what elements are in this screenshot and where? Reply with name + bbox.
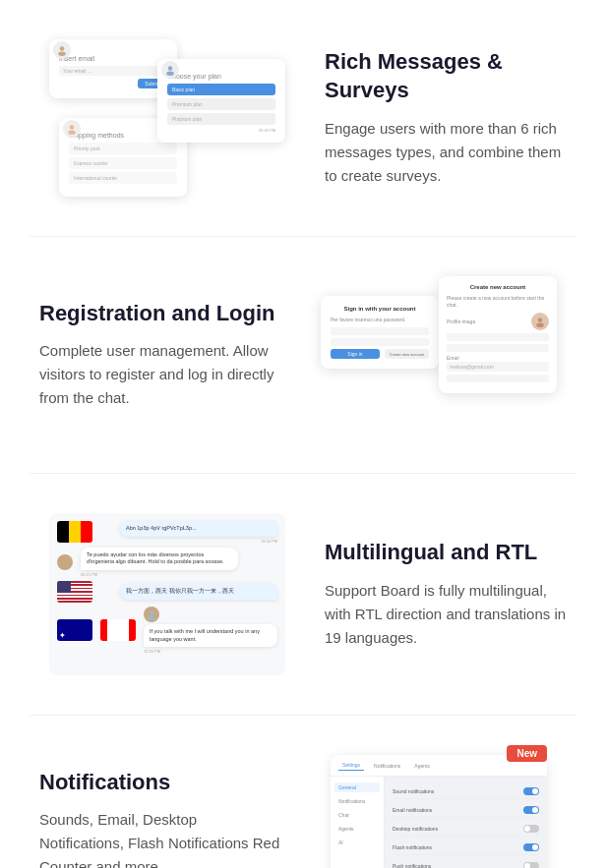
svg-point-4 [70, 125, 75, 130]
sidebar-general: General [334, 782, 380, 792]
timestamp-1: 13:44 PM [100, 539, 277, 544]
login-submit-label: Sign in [347, 351, 362, 357]
chat-bubble-2: Te puedo ayudar con los más diversos pro… [81, 548, 238, 570]
login-subtitle: Per favore inserisci una password. [331, 317, 429, 323]
plan-card-label: Choose your plan [167, 73, 275, 80]
toggle-flash[interactable] [523, 843, 539, 851]
rich-messages-mock: Insert email Your email ... Submit Ch [49, 39, 285, 197]
notifications-section: New Settings Notifications Agents Genera… [0, 716, 606, 868]
notif-tab-agents: Agents [410, 761, 434, 771]
rich-messages-description: Engage users with more than 6 rich messa… [325, 117, 567, 188]
chat-bubble-4: If you talk with me I will understand yo… [144, 624, 277, 647]
flag-canada [100, 619, 136, 641]
notifications-text: Notifications Sounds, Email, Desktop Not… [39, 769, 281, 868]
reg-firstname [447, 333, 549, 341]
svg-point-6 [538, 318, 543, 322]
flag-row-au-ca: If you talk with me I will understand yo… [57, 607, 277, 654]
notifications-mock: Settings Notifications Agents General No… [331, 755, 547, 868]
login-panel: Sign in with your account Per favore ins… [321, 296, 439, 369]
plan-premium: Premium plan [167, 98, 275, 110]
notifications-wrapper: New Settings Notifications Agents Genera… [331, 755, 547, 868]
notif-body: General Notifications Chat Agents AI Sou… [331, 777, 547, 868]
svg-point-2 [168, 66, 173, 71]
registration-description: Complete user management. Allow visitors… [39, 339, 281, 410]
shipping-international: International courier [69, 172, 177, 184]
notif-label-email: Email notifications [393, 807, 432, 813]
notif-tab-settings: Settings [338, 760, 364, 771]
flag-belgium [57, 521, 92, 543]
notif-label-flash: Flash notifications [393, 844, 432, 850]
plan-card: Choose your plan Basic plan Premium plan… [157, 59, 285, 143]
email-input-bar: Your email ... [59, 66, 167, 76]
create-account-label: Create new account [390, 352, 425, 357]
login-actions: Sign in Create new account [331, 349, 429, 359]
rich-messages-text: Rich Messages & Surveys Engage users wit… [325, 48, 567, 187]
chat-avatar-1 [57, 554, 73, 570]
sidebar-chat: Chat [334, 810, 380, 820]
notif-label-push: Push notifications [393, 863, 431, 868]
svg-point-9 [61, 563, 69, 568]
svg-point-8 [63, 558, 68, 563]
sidebar-agents: Agents [334, 824, 380, 834]
notif-content: Sound notifications Email notifications … [385, 777, 547, 868]
svg-point-10 [150, 610, 154, 615]
registration-mock: Sign in with your account Per favore ins… [321, 276, 557, 434]
chat-avatar-2 [144, 607, 159, 622]
multilingual-image: Abn 1p3p 4pV rgPVcTpL3p... 13:44 PM Te p… [39, 513, 295, 675]
multilingual-mock: Abn 1p3p 4pV rgPVcTpL3p... 13:44 PM Te p… [49, 513, 285, 675]
notif-row-flash: Flash notifications [393, 840, 539, 855]
flag-australia [57, 619, 92, 641]
svg-point-5 [68, 131, 76, 136]
svg-point-1 [58, 52, 66, 57]
timestamp-2: 06:15 PM [81, 572, 277, 577]
shipping-express: Express courier [69, 157, 177, 169]
svg-point-11 [148, 616, 155, 621]
multilingual-section: Abn 1p3p 4pV rgPVcTpL3p... 13:44 PM Te p… [0, 474, 606, 715]
notif-label-sound: Sound notifications [393, 788, 434, 794]
reg-password [447, 375, 549, 382]
chat-bubble-3: 我一方面，西天 我你只我一方一来，西天 [120, 584, 277, 600]
multilingual-text: Multilingual and RTL Support Board is fu… [325, 539, 567, 650]
notif-row-sound: Sound notifications [393, 784, 539, 799]
reg-lastname [447, 344, 549, 352]
login-title: Sign in with your account [331, 306, 429, 312]
flag-row-be: Abn 1p3p 4pV rgPVcTpL3p... 13:44 PM [57, 521, 277, 544]
notif-row-push: Push notifications [393, 859, 539, 868]
sidebar-ai: AI [334, 838, 380, 847]
svg-point-0 [60, 46, 65, 51]
email-placeholder: Your email ... [63, 68, 163, 74]
multilingual-description: Support Board is fully multilingual, wit… [325, 579, 567, 650]
svg-point-7 [536, 323, 544, 328]
notif-tab-notifications: Notifications [370, 761, 404, 771]
registration-section: Sign in with your account Per favore ins… [0, 237, 606, 473]
sidebar-notifications: Notifications [334, 796, 380, 806]
login-password-field [331, 338, 429, 346]
timestamp-4: 15:20 PM [144, 649, 277, 654]
flag-row-us: 我一方面，西天 我你只我一方一来，西天 [57, 581, 277, 603]
notif-row-desktop: Desktop notifications [393, 822, 539, 837]
toggle-email[interactable] [523, 806, 539, 814]
multilingual-title: Multilingual and RTL [325, 539, 567, 567]
toggle-push[interactable] [523, 862, 539, 868]
register-subtitle: Please create a new account before start… [447, 295, 549, 309]
register-title: Create new account [447, 284, 549, 290]
svg-point-3 [166, 72, 174, 77]
plan-platinum: Platinum plan [167, 113, 275, 125]
register-panel: Create new account Please create a new a… [439, 276, 557, 393]
create-account-btn: Create new account [385, 349, 429, 359]
flag-strip: Abn 1p3p 4pV rgPVcTpL3p... 13:44 PM Te p… [49, 513, 285, 662]
notifications-image: New Settings Notifications Agents Genera… [311, 755, 567, 868]
rich-messages-section: Insert email Your email ... Submit Ch [0, 0, 606, 236]
rich-messages-image: Insert email Your email ... Submit Ch [39, 39, 295, 197]
registration-title: Registration and Login [39, 300, 281, 328]
notifications-title: Notifications [39, 769, 281, 797]
notif-sidebar: General Notifications Chat Agents AI [331, 777, 385, 868]
flag-usa [57, 581, 92, 603]
toggle-desktop[interactable] [523, 825, 539, 833]
plan-basic: Basic plan [167, 84, 275, 95]
new-badge: New [507, 745, 547, 762]
notif-row-email: Email notifications [393, 803, 539, 818]
toggle-sound[interactable] [523, 787, 539, 795]
registration-image: Sign in with your account Per favore ins… [311, 276, 567, 434]
email-card-label: Insert email [59, 55, 167, 62]
